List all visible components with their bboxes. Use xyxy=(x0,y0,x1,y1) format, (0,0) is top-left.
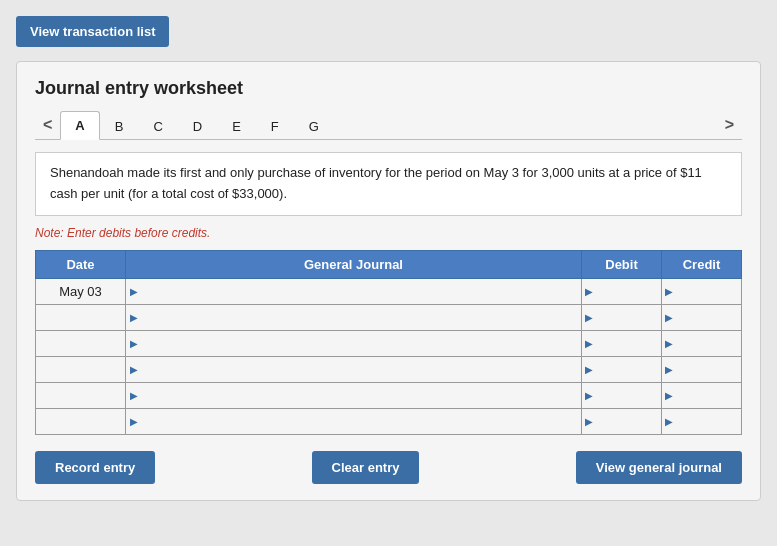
credit-cell-6[interactable]: ▶ xyxy=(662,408,742,434)
journal-input-4[interactable] xyxy=(126,357,581,382)
credit-cell-1[interactable]: ▶ xyxy=(662,278,742,304)
table-row: ▶ ▶ ▶ xyxy=(36,330,742,356)
debit-input-3[interactable] xyxy=(582,331,661,356)
debit-cell-4[interactable]: ▶ xyxy=(582,356,662,382)
date-cell-6 xyxy=(36,408,126,434)
debit-cell-6[interactable]: ▶ xyxy=(582,408,662,434)
credit-input-4[interactable] xyxy=(662,357,741,382)
view-general-journal-button[interactable]: View general journal xyxy=(576,451,742,484)
table-row: May 03 ▶ ▶ ▶ xyxy=(36,278,742,304)
date-cell-2 xyxy=(36,304,126,330)
view-transaction-button[interactable]: View transaction list xyxy=(16,16,169,47)
journal-cell-3[interactable]: ▶ xyxy=(126,330,582,356)
date-cell-1: May 03 xyxy=(36,278,126,304)
prev-tab-arrow[interactable]: < xyxy=(35,112,60,138)
worksheet-container: Journal entry worksheet < A B C D E F G … xyxy=(16,61,761,501)
tab-d[interactable]: D xyxy=(178,112,217,140)
col-header-debit: Debit xyxy=(582,250,662,278)
top-bar: View transaction list xyxy=(16,16,761,47)
journal-cell-6[interactable]: ▶ xyxy=(126,408,582,434)
date-cell-3 xyxy=(36,330,126,356)
journal-input-3[interactable] xyxy=(126,331,581,356)
table-row: ▶ ▶ ▶ xyxy=(36,408,742,434)
journal-table: Date General Journal Debit Credit May 03… xyxy=(35,250,742,435)
debit-cell-5[interactable]: ▶ xyxy=(582,382,662,408)
credit-input-2[interactable] xyxy=(662,305,741,330)
journal-cell-1[interactable]: ▶ xyxy=(126,278,582,304)
debit-cell-3[interactable]: ▶ xyxy=(582,330,662,356)
col-header-date: Date xyxy=(36,250,126,278)
worksheet-title: Journal entry worksheet xyxy=(35,78,742,99)
table-row: ▶ ▶ ▶ xyxy=(36,304,742,330)
credit-cell-4[interactable]: ▶ xyxy=(662,356,742,382)
date-cell-4 xyxy=(36,356,126,382)
tab-f[interactable]: F xyxy=(256,112,294,140)
record-entry-button[interactable]: Record entry xyxy=(35,451,155,484)
journal-input-6[interactable] xyxy=(126,409,581,434)
debit-input-4[interactable] xyxy=(582,357,661,382)
debit-input-1[interactable] xyxy=(582,279,661,304)
bottom-buttons: Record entry Clear entry View general jo… xyxy=(35,451,742,484)
date-cell-5 xyxy=(36,382,126,408)
journal-cell-2[interactable]: ▶ xyxy=(126,304,582,330)
debit-input-2[interactable] xyxy=(582,305,661,330)
debit-cell-2[interactable]: ▶ xyxy=(582,304,662,330)
tab-b[interactable]: B xyxy=(100,112,139,140)
tabs-row: < A B C D E F G > xyxy=(35,111,742,140)
tab-c[interactable]: C xyxy=(138,112,177,140)
credit-input-3[interactable] xyxy=(662,331,741,356)
tab-e[interactable]: E xyxy=(217,112,256,140)
credit-cell-2[interactable]: ▶ xyxy=(662,304,742,330)
description-box: Shenandoah made its first and only purch… xyxy=(35,152,742,216)
credit-input-5[interactable] xyxy=(662,383,741,408)
journal-input-2[interactable] xyxy=(126,305,581,330)
credit-cell-5[interactable]: ▶ xyxy=(662,382,742,408)
note-text: Note: Enter debits before credits. xyxy=(35,226,742,240)
journal-cell-4[interactable]: ▶ xyxy=(126,356,582,382)
col-header-credit: Credit xyxy=(662,250,742,278)
credit-cell-3[interactable]: ▶ xyxy=(662,330,742,356)
debit-input-6[interactable] xyxy=(582,409,661,434)
debit-cell-1[interactable]: ▶ xyxy=(582,278,662,304)
table-row: ▶ ▶ ▶ xyxy=(36,382,742,408)
tab-a[interactable]: A xyxy=(60,111,99,140)
next-tab-arrow[interactable]: > xyxy=(717,112,742,138)
journal-input-5[interactable] xyxy=(126,383,581,408)
credit-input-6[interactable] xyxy=(662,409,741,434)
credit-input-1[interactable] xyxy=(662,279,741,304)
col-header-journal: General Journal xyxy=(126,250,582,278)
debit-input-5[interactable] xyxy=(582,383,661,408)
table-row: ▶ ▶ ▶ xyxy=(36,356,742,382)
tab-g[interactable]: G xyxy=(294,112,334,140)
clear-entry-button[interactable]: Clear entry xyxy=(312,451,420,484)
journal-input-1[interactable] xyxy=(126,279,581,304)
journal-cell-5[interactable]: ▶ xyxy=(126,382,582,408)
